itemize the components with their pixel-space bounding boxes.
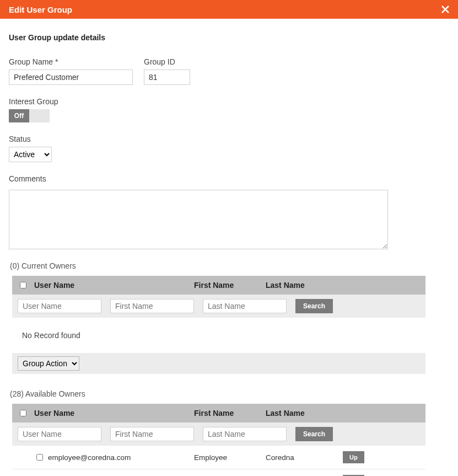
group-action-select[interactable]: Group Action (18, 356, 79, 371)
available-owners-select-all[interactable] (20, 410, 26, 416)
current-owners-select-all[interactable] (20, 282, 26, 288)
row-checkbox[interactable] (36, 454, 43, 461)
available-filter-lastname[interactable] (203, 427, 287, 441)
section-title: User Group update details (9, 33, 449, 42)
current-owners-search-button[interactable]: Search (295, 299, 333, 313)
col-header-username: User Name (34, 409, 194, 418)
row-lastname: Coredna (266, 453, 343, 462)
toggle-state-text: Off (9, 109, 29, 122)
available-filter-firstname[interactable] (110, 427, 194, 441)
table-row: employee@coredna.com Employee Coredna Up (12, 446, 425, 469)
current-filter-username[interactable] (18, 299, 101, 313)
available-owners-heading: (28) Available Owners (10, 389, 449, 398)
modal-scroll[interactable]: Edit User Group User Group update detail… (0, 0, 458, 476)
status-select[interactable]: Active (9, 147, 52, 162)
interest-group-toggle[interactable]: Off (9, 109, 50, 122)
group-id-label: Group ID (144, 57, 190, 66)
status-label: Status (9, 135, 52, 143)
available-owners-table: User Name First Name Last Name Search em… (12, 404, 425, 476)
col-header-username: User Name (34, 281, 194, 290)
close-icon[interactable] (440, 4, 450, 14)
group-action-row: Group Action (12, 353, 425, 374)
group-id-input[interactable] (144, 69, 190, 85)
col-header-firstname: First Name (194, 281, 266, 290)
col-header-lastname: Last Name (266, 409, 343, 418)
current-owners-table: User Name First Name Last Name Search No… (12, 276, 425, 374)
col-header-firstname: First Name (194, 409, 266, 418)
row-username: employee@coredna.com (48, 453, 131, 462)
row-firstname: Employee (194, 453, 266, 462)
table-row: preferedcustomer@coredna.com Prefered Cu… (12, 469, 425, 476)
available-owners-search-button[interactable]: Search (295, 427, 333, 441)
comments-textarea[interactable] (9, 190, 388, 249)
current-filter-lastname[interactable] (203, 299, 287, 313)
comments-label: Comments (9, 174, 449, 183)
titlebar: Edit User Group (0, 0, 458, 19)
group-name-input[interactable] (9, 69, 133, 85)
col-header-lastname: Last Name (266, 281, 343, 290)
group-name-label: Group Name * (9, 57, 133, 66)
current-owners-heading: (0) Current Owners (10, 261, 449, 270)
interest-group-label: Interest Group (9, 97, 58, 106)
current-owners-no-record: No Record found (12, 318, 425, 353)
current-owners-filter-row: Search (12, 295, 425, 318)
available-filter-username[interactable] (18, 427, 101, 441)
current-filter-firstname[interactable] (110, 299, 194, 313)
current-owners-header-row: User Name First Name Last Name (12, 276, 425, 295)
available-owners-header-row: User Name First Name Last Name (12, 404, 425, 422)
up-button[interactable]: Up (343, 451, 364, 463)
available-owners-filter-row: Search (12, 422, 425, 446)
modal-title: Edit User Group (9, 5, 72, 14)
